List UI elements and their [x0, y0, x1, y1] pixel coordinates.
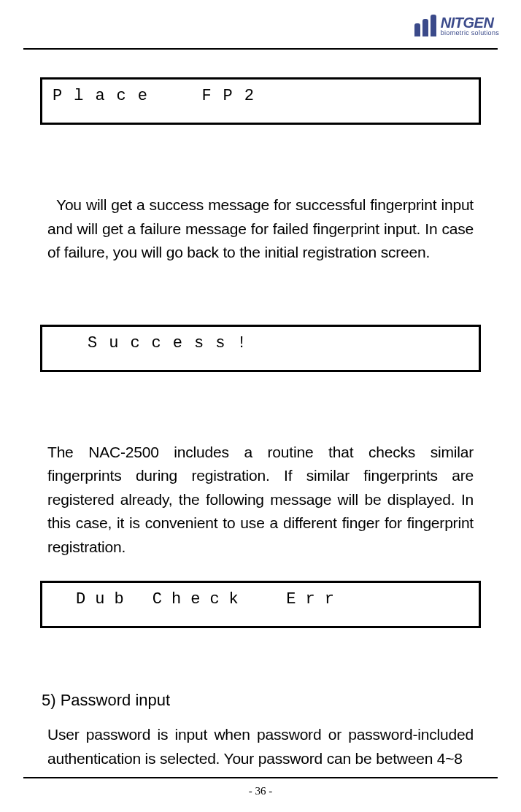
lcd-text-place-fp2: Place FP2	[53, 87, 468, 105]
paragraph-success-failure: You will get a success message for succe…	[47, 193, 474, 265]
lcd-display-box-3: Dub Check Err	[40, 581, 481, 628]
paragraph-password-input: User password is input when password or …	[47, 723, 474, 770]
lcd-display-box-2: Success!	[40, 325, 481, 372]
logo-tagline: biometric solutions	[441, 30, 499, 36]
lcd-text-dub-check-err: Dub Check Err	[53, 590, 468, 608]
lcd-display-box-1: Place FP2	[40, 77, 481, 125]
logo-name: NITGEN	[441, 15, 499, 30]
header-divider	[23, 48, 498, 50]
nitgen-logo: NITGEN biometric solutions	[414, 15, 499, 36]
paragraph-nac2500-routine: The NAC-2500 includes a routine that che…	[47, 441, 474, 560]
footer-divider	[23, 777, 498, 778]
section-heading-password-input: 5) Password input	[42, 691, 481, 710]
lcd-text-success: Success!	[53, 334, 468, 352]
page-number: - 36 -	[0, 785, 521, 797]
page-header: NITGEN biometric solutions	[0, 0, 521, 51]
logo-bars-icon	[414, 15, 436, 36]
